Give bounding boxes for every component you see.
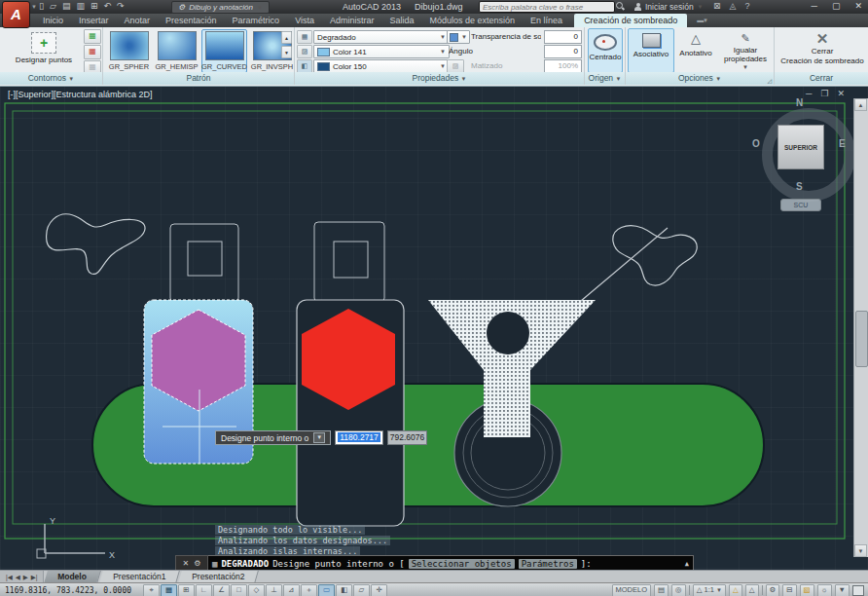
minimize-button[interactable]: ─ <box>812 1 817 11</box>
first-layout-icon[interactable]: |◀ <box>6 574 13 581</box>
coordinates-display[interactable]: 1169.8316, 783.4223, 0.0000 <box>0 586 143 595</box>
doc-restore-button[interactable]: ❐ <box>820 89 828 98</box>
scroll-up-icon[interactable]: ▲ <box>854 98 867 111</box>
bottle1-cap-inner-square[interactable] <box>188 242 222 276</box>
next-layout-icon[interactable]: ▶ <box>23 574 28 581</box>
search-input[interactable] <box>479 1 615 13</box>
viewcube-top-face[interactable]: SUPERIOR <box>778 125 824 169</box>
transparency-icon[interactable]: ◧ <box>336 584 352 596</box>
new-file-icon[interactable]: ▯ <box>39 1 44 11</box>
spline-shape-left[interactable] <box>47 214 145 275</box>
sign-in-button[interactable]: Iniciar sesión ▼ <box>634 2 704 12</box>
command-history-toggle-icon[interactable]: ▲ <box>685 560 689 568</box>
panel-label-opciones[interactable]: Opciones ▼ <box>626 72 774 85</box>
tab-administrar[interactable]: Administrar <box>322 14 382 27</box>
bottle2-cap-inner-square[interactable] <box>334 242 368 278</box>
open-file-icon[interactable]: ▱ <box>50 1 56 11</box>
pattern-gr-spher[interactable]: GR_SPHER <box>106 29 152 73</box>
transparency-layer-select[interactable]: ▼ <box>447 30 470 44</box>
dynamic-input-y-field[interactable]: 792.6076 <box>387 430 427 445</box>
status-menu-icon[interactable]: ▼ <box>835 584 850 596</box>
remove-boundary-icon[interactable]: ▦ <box>84 45 101 59</box>
object-snap-tracking-icon[interactable]: ⊥ <box>266 584 282 596</box>
close-hatch-editor-button[interactable]: ✕ Cerrar Creación de sombreado <box>778 27 866 73</box>
clean-screen-button[interactable] <box>852 585 864 596</box>
background-color-icon[interactable]: ◧ <box>297 59 312 73</box>
workspace-switch-icon[interactable]: ⚙ <box>766 584 780 596</box>
annotation-scale-button[interactable]: △ 1:1 ▼ <box>693 584 726 596</box>
tab-inicio[interactable]: Inicio <box>35 14 71 27</box>
option-parameters[interactable]: Parámetros <box>519 559 577 569</box>
compass-east[interactable]: E <box>839 138 846 149</box>
annotation-visibility-icon[interactable]: △ <box>729 584 742 596</box>
pattern-gr-curved[interactable]: GR_CURVED <box>201 29 247 73</box>
selection-cycling-icon[interactable]: ✛ <box>371 584 387 596</box>
maximize-button[interactable]: ▢ <box>832 1 841 11</box>
tab-en-linea[interactable]: En línea <box>523 14 570 27</box>
viewport-controls-label[interactable]: [-][Superior][Estructura alámbrica 2D] <box>8 90 153 99</box>
annotative-button[interactable]: △ Anotativo <box>674 28 717 73</box>
spline-shape-right[interactable] <box>613 226 697 285</box>
martini-glass-hole[interactable] <box>487 312 529 354</box>
panel-label-propiedades[interactable]: Propiedades ▼ <box>295 72 584 85</box>
workspace-switcher[interactable]: ⚙ Dibujo y anotación ▼ <box>171 1 270 14</box>
compass-west[interactable]: O <box>752 138 760 149</box>
tab-insertar[interactable]: Insertar <box>71 14 117 27</box>
scroll-down-icon[interactable]: ▼ <box>854 544 867 557</box>
command-customize-icon[interactable]: ⚙ <box>194 559 200 568</box>
ribbon-minimize-icon[interactable]: ▬▾ <box>697 14 707 27</box>
pattern-gr-hemisp[interactable]: GR_HEMISP <box>154 29 199 73</box>
gradient-color1-select[interactable]: Color 141 ▼ <box>313 45 450 58</box>
select-boundary-icon[interactable]: ▦ <box>84 29 101 44</box>
quick-properties-icon[interactable]: ▱ <box>353 584 370 596</box>
tab-presentacion[interactable]: Presentación <box>158 14 225 27</box>
application-menu-button[interactable]: A <box>2 1 30 28</box>
object-snap-icon[interactable]: □ <box>231 584 247 596</box>
vertical-scrollbar[interactable]: ▲ ▼ <box>853 98 868 557</box>
tab-creacion-sombreado[interactable]: Creación de sombreado <box>574 14 687 27</box>
transparency-value-input[interactable]: 0 <box>544 30 582 44</box>
doc-minimize-button[interactable]: ─ <box>806 89 812 98</box>
diagonal-line[interactable] <box>581 228 668 301</box>
isolate-objects-icon[interactable]: ☼ <box>817 584 832 596</box>
toolbar-lock-icon[interactable]: ⊟ <box>782 584 796 596</box>
save-icon[interactable]: ▤ <box>62 1 71 11</box>
command-recent-icon[interactable]: ▦ <box>212 559 217 569</box>
pick-points-button[interactable]: + Designar puntos <box>5 28 83 73</box>
3d-object-snap-icon[interactable]: ◇ <box>248 584 265 596</box>
doc-close-button[interactable]: ✕ <box>837 89 845 98</box>
redo-icon[interactable]: ↷ <box>117 1 125 11</box>
tab-salida[interactable]: Salida <box>382 14 422 27</box>
hatch-type-select[interactable]: Degradado ▼ <box>313 30 450 44</box>
angle-value-input[interactable]: 0 <box>544 45 582 58</box>
autoscale-icon[interactable]: △ <box>745 584 759 596</box>
model-space-button[interactable]: MODELO <box>612 584 652 596</box>
ortho-mode-icon[interactable]: ∟ <box>196 584 212 596</box>
centered-origin-button[interactable]: Centrado <box>588 28 623 73</box>
layout-quickview-icon[interactable]: ▤ <box>654 584 669 596</box>
bottle1-cap-outline[interactable] <box>170 224 238 302</box>
tab-vista[interactable]: Vista <box>287 14 322 27</box>
tab-modulos-extension[interactable]: Módulos de extensión <box>422 14 524 27</box>
command-input-line[interactable]: ▦ DEGRADADO Designe punto interno o [ Se… <box>208 555 694 570</box>
plot-icon[interactable]: ⊞ <box>90 1 98 11</box>
panel-label-origen[interactable]: Origen ▼ <box>585 72 625 85</box>
grid-display-icon[interactable]: ⊞ <box>178 584 195 596</box>
last-layout-icon[interactable]: ▶| <box>31 574 38 581</box>
drawing-canvas[interactable]: Y X [-][Superior][Estructura alámbrica 2… <box>0 86 868 570</box>
hatch-type-icon[interactable]: ▦ <box>297 30 312 44</box>
application-menu-arrow-icon[interactable]: ▼ <box>31 4 37 10</box>
communication-center-icon[interactable]: ◬ <box>730 1 737 11</box>
help-icon[interactable]: ? <box>744 1 749 11</box>
prev-layout-icon[interactable]: ◀ <box>16 574 20 581</box>
compass-south[interactable]: S <box>796 181 803 192</box>
panel-label-patron[interactable]: Patrón <box>103 72 294 85</box>
search-icon[interactable] <box>616 2 625 11</box>
associative-button[interactable]: Asociativo <box>628 28 674 73</box>
infer-constraints-icon[interactable]: ⌖ <box>143 584 160 596</box>
bottle2-cap-outline[interactable] <box>314 222 384 302</box>
tab-parametrico[interactable]: Paramétrico <box>225 14 288 27</box>
polar-tracking-icon[interactable]: ∠ <box>213 584 230 596</box>
save-as-icon[interactable]: ▥ <box>76 1 85 11</box>
pattern-scroll-up-icon[interactable]: ▲ <box>281 31 292 44</box>
